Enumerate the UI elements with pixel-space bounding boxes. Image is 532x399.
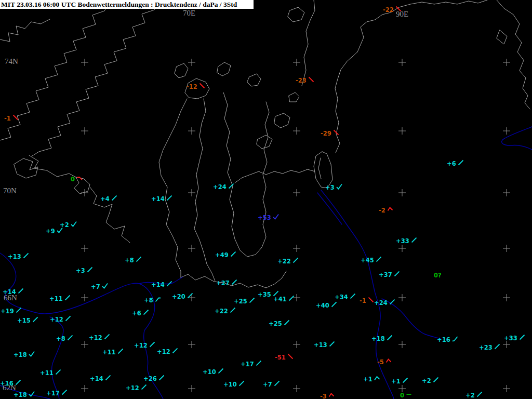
weather-map-screen: 70E90E74N70N66N62N -22-1-12-23-29-2-1-51…: [0, 0, 532, 399]
tendency-hookfall-icon: [387, 206, 393, 212]
pressure-tendency-value: +22: [215, 308, 228, 314]
pressure-tendency-value: +20: [172, 294, 185, 300]
tendency-check-icon: [102, 283, 108, 289]
pressure-tendency-value: +17: [241, 361, 254, 367]
station-report: +8: [125, 257, 142, 263]
tendency-rise-icon: [67, 335, 73, 341]
pressure-tendency-value: -1: [360, 298, 366, 304]
pressure-tendency-value: +14: [3, 289, 16, 295]
lat-label: 74N: [5, 58, 18, 65]
tendency-rise-icon: [87, 267, 93, 273]
pressure-tendency-value: -1: [4, 115, 11, 122]
lon-label: 70E: [183, 9, 195, 17]
station-report: -1: [4, 115, 19, 122]
tendency-check-icon: [71, 221, 77, 227]
tendency-rise-icon: [141, 384, 147, 390]
station-report: +11: [102, 349, 124, 355]
station-report: +33: [504, 335, 525, 341]
tendency-rise-icon: [433, 377, 439, 383]
station-report: +16: [0, 380, 21, 387]
station-report: +24: [374, 300, 395, 306]
station-report: +8: [144, 297, 161, 303]
pressure-tendency-value: -3: [320, 393, 327, 399]
pressure-tendency-value: -51: [275, 354, 286, 361]
tendency-rise-icon: [230, 251, 236, 257]
station-report: -51: [275, 354, 294, 361]
tendency-rise-icon: [158, 375, 165, 381]
tendency-rise-icon: [231, 279, 237, 285]
pressure-tendency-value: +33: [396, 238, 409, 244]
tendency-rise-icon: [61, 389, 68, 395]
tendency-rise-icon: [476, 391, 483, 397]
pressure-tendency-value: +7: [263, 381, 272, 388]
station-report: +14: [3, 289, 24, 295]
station-report: +15: [17, 317, 38, 324]
pressure-tendency-value: +1: [363, 376, 373, 382]
pressure-tendency-value: +9: [46, 228, 55, 234]
pressure-tendency-value: +1: [391, 378, 401, 384]
pressure-tendency-value: +27: [216, 280, 230, 286]
pressure-tendency-value: +37: [379, 272, 392, 278]
pressure-tendency-value: +13: [8, 254, 21, 260]
tendency-check-icon: [57, 227, 63, 233]
pressure-tendency-value: +6: [447, 161, 456, 167]
station-report: +2: [466, 392, 483, 398]
station-report: +12: [134, 342, 155, 349]
station-report: +3: [76, 268, 93, 274]
tendency-rise-icon: [23, 252, 29, 259]
tendency-rise-icon: [18, 288, 24, 294]
station-report: +37: [379, 272, 400, 278]
tendency-rise-icon: [64, 295, 71, 301]
tendency-fall-icon: [395, 6, 402, 12]
station-report: +20: [172, 294, 193, 300]
tendency-rise-icon: [274, 380, 280, 387]
lat-label: 70N: [3, 187, 17, 195]
pressure-tendency-value: +2: [422, 378, 431, 384]
station-report: +14: [151, 196, 172, 202]
pressure-tendency-value: +10: [223, 381, 237, 388]
tendency-rise-icon: [329, 341, 335, 347]
pressure-tendency-value: +7: [91, 284, 100, 290]
station-report: +4: [100, 196, 117, 202]
pressure-tendency-value: +10: [203, 369, 216, 375]
tendency-rise-icon: [350, 293, 356, 299]
station-report: +49: [215, 252, 236, 258]
tendency-steady-icon: [406, 391, 412, 397]
station-report: +17: [46, 390, 68, 396]
station-report: -22: [383, 7, 402, 13]
tendency-rise-icon: [149, 341, 155, 348]
rivers-layer: [0, 127, 532, 399]
tendency-rise-icon: [458, 159, 464, 166]
tendency-fall-icon: [308, 76, 314, 83]
tendency-fall-icon: [12, 114, 19, 121]
station-report: -23: [296, 77, 314, 84]
pressure-tendency-value: +16: [437, 337, 450, 343]
station-report: +16: [437, 337, 458, 343]
station-report: +25: [234, 298, 255, 304]
pressure-tendency-value: +3: [76, 268, 85, 274]
tendency-rise-icon: [166, 281, 172, 287]
pressure-tendency-value: +11: [40, 370, 54, 376]
pressure-tendency-value: +12: [89, 335, 102, 341]
station-report: +25: [269, 321, 290, 327]
station-report: +13: [8, 254, 29, 260]
station-report: +3: [325, 184, 342, 191]
tendency-rise-icon: [55, 369, 61, 375]
pressure-tendency-value: +18: [14, 352, 27, 358]
station-report: +14: [151, 282, 172, 288]
station-report: +6: [447, 161, 464, 167]
station-report: +7: [263, 381, 280, 388]
tendency-rise-icon: [331, 301, 337, 308]
station-report: -1: [360, 298, 374, 304]
station-report: -29: [321, 130, 339, 137]
pressure-tendency-value: -2: [379, 207, 385, 214]
pressure-tendency-value: +14: [151, 282, 165, 288]
pressure-tendency-value: +11: [102, 349, 116, 355]
station-report: +33: [396, 238, 417, 244]
station-report: +6: [132, 310, 149, 316]
station-report: +22: [277, 258, 299, 264]
station-report: -3: [320, 393, 335, 399]
pressure-tendency-value: +13: [314, 342, 327, 348]
station-report: +18: [371, 336, 393, 342]
tendency-rise-icon: [230, 307, 236, 313]
